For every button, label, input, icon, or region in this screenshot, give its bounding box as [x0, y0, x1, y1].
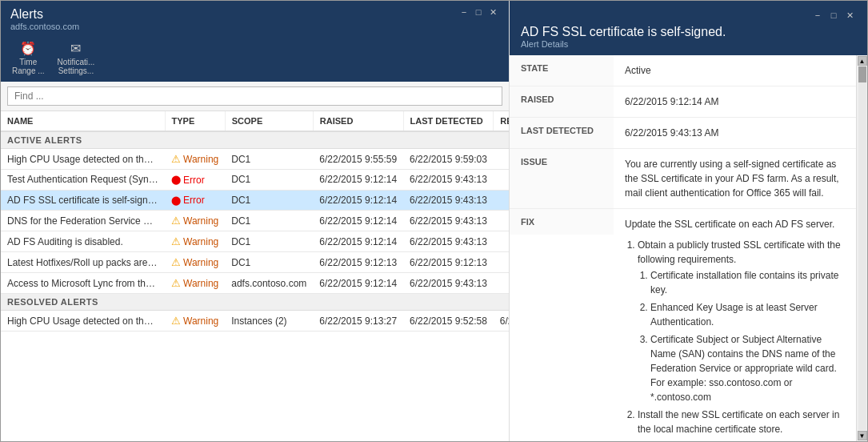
row-raised: 6/22/2015 9:12:13	[313, 252, 403, 273]
row-scope: Instances (2)	[225, 311, 313, 332]
email-icon: ✉	[70, 41, 81, 56]
row-raised: 6/22/2015 9:55:59	[313, 149, 403, 170]
warning-badge: ⚠Warning	[171, 235, 218, 247]
row-raised: 6/22/2015 9:12:14	[313, 211, 403, 231]
error-badge: ⬤Error	[171, 195, 205, 206]
right-maximize-button[interactable]: □	[827, 9, 840, 22]
warning-badge: ⚠Warning	[171, 315, 218, 327]
col-header-scope: SCOPE	[225, 111, 313, 131]
app-window: Alerts adfs.contoso.com − □ ✕ ⏰ TimeRang…	[0, 0, 868, 442]
row-resolved	[494, 170, 509, 191]
table-row[interactable]: High CPU Usage detected on the Feder...⚠…	[1, 149, 509, 170]
row-name: Test Authentication Request (Synthetic..…	[1, 170, 165, 191]
detail-lastdetected-row: LAST DETECTED 6/22/2015 9:43:13 AM	[510, 118, 856, 149]
detail-content: STATE Active RAISED 6/22/2015 9:12:14 AM…	[510, 55, 856, 441]
warning-badge: ⚠Warning	[171, 153, 218, 165]
right-panel: − □ ✕ AD FS SSL certificate is self-sign…	[509, 1, 867, 441]
row-resolved	[494, 211, 509, 231]
left-panel-subtitle: adfs.contoso.com	[10, 22, 79, 31]
close-button[interactable]: ✕	[486, 6, 499, 18]
row-name: High CPU Usage detected on the Feder...	[1, 149, 165, 170]
scroll-up-arrow[interactable]: ▲	[858, 56, 867, 66]
row-last-detected: 6/22/2015 9:43:13	[403, 190, 494, 211]
search-input[interactable]	[7, 86, 502, 106]
row-last-detected: 6/22/2015 9:59:03	[403, 149, 494, 170]
notification-label: Notificati...Settings...	[58, 58, 95, 75]
row-type: ⚠Warning	[165, 149, 225, 170]
row-name: Latest Hotfixes/Roll up packs are not in…	[1, 252, 165, 273]
fix-label: FIX	[510, 209, 614, 235]
fix-steps-list: Obtain a publicly trusted SSL certificat…	[625, 238, 845, 441]
detail-fix-row: FIX Update the SSL certificate on each A…	[510, 209, 856, 441]
scroll-down-arrow[interactable]: ▼	[858, 431, 867, 440]
section-header: ACTIVE ALERTS	[1, 131, 509, 149]
row-resolved: 6/22/2015 9:53:58	[494, 311, 509, 332]
right-close-button[interactable]: ✕	[843, 9, 856, 22]
fix-substep-1-1: Certificate installation file contains i…	[650, 268, 845, 297]
row-name: AD FS Auditing is disabled.	[1, 231, 165, 252]
scroll-thumb[interactable]	[858, 66, 866, 82]
right-minimize-button[interactable]: −	[811, 9, 824, 22]
row-scope: DC1	[225, 170, 313, 191]
clock-icon: ⏰	[20, 41, 36, 56]
fix-intro: Update the SSL certificate on each AD FS…	[625, 217, 845, 231]
row-resolved	[494, 149, 509, 170]
fix-step-2: Install the new SSL certificate on each …	[638, 408, 845, 436]
row-resolved	[494, 252, 509, 273]
raised-value: 6/22/2015 9:12:14 AM	[614, 86, 856, 117]
fix-substeps-1: Certificate installation file contains i…	[638, 268, 845, 404]
col-header-name: NAME	[1, 111, 165, 131]
minimize-button[interactable]: −	[458, 6, 470, 18]
warning-icon: ⚠	[171, 277, 181, 289]
scroll-track[interactable]	[858, 66, 866, 430]
detail-raised-row: RAISED 6/22/2015 9:12:14 AM	[510, 86, 856, 118]
table-row[interactable]: Access to Microsoft Lync from the extra.…	[1, 273, 509, 294]
table-header: NAME TYPE SCOPE RAISED LAST DETECTED RES…	[1, 111, 509, 131]
maximize-button[interactable]: □	[472, 6, 485, 18]
table-row[interactable]: Latest Hotfixes/Roll up packs are not in…	[1, 252, 509, 273]
right-scrollbar[interactable]: ▲ ▼	[856, 55, 867, 441]
table-row[interactable]: Test Authentication Request (Synthetic..…	[1, 170, 509, 191]
fix-step-1: Obtain a publicly trusted SSL certificat…	[638, 238, 845, 404]
error-icon: ⬤	[171, 195, 181, 206]
table-row[interactable]: High CPU Usage detected on the Feder...⚠…	[1, 311, 509, 332]
row-type: ⚠Warning	[165, 273, 225, 294]
fix-content: Update the SSL certificate on each AD FS…	[614, 209, 856, 441]
row-name: High CPU Usage detected on the Feder...	[1, 311, 165, 332]
col-header-raised: RAISED	[313, 111, 403, 131]
fix-substep-1-2: Enhanced Key Usage is at least Server Au…	[650, 300, 845, 329]
row-name: Access to Microsoft Lync from the extra.…	[1, 273, 165, 294]
raised-label: RAISED	[510, 86, 614, 117]
right-header: − □ ✕ AD FS SSL certificate is self-sign…	[510, 1, 867, 55]
fix-substep-1-3: Certificate Subject or Subject Alternati…	[650, 332, 845, 404]
warning-badge: ⚠Warning	[171, 215, 218, 227]
row-raised: 6/22/2015 9:12:14	[313, 231, 403, 252]
notification-settings-button[interactable]: ✉ Notificati...Settings...	[53, 39, 100, 77]
detail-subtitle: Alert Details	[521, 39, 856, 49]
row-name: AD FS SSL certificate is self-signed.	[1, 190, 165, 211]
search-bar	[1, 82, 509, 111]
row-name: DNS for the Federation Service may be...	[1, 211, 165, 231]
table-row[interactable]: AD FS Auditing is disabled.⚠WarningDC16/…	[1, 231, 509, 252]
left-header: Alerts adfs.contoso.com − □ ✕	[1, 1, 509, 36]
col-header-lastdetected: LAST DETECTED	[403, 111, 494, 131]
table-row[interactable]: AD FS SSL certificate is self-signed.⬤Er…	[1, 190, 509, 211]
left-panel: Alerts adfs.contoso.com − □ ✕ ⏰ TimeRang…	[1, 1, 509, 441]
row-type: ⚠Warning	[165, 211, 225, 231]
row-last-detected: 6/22/2015 9:43:13	[403, 231, 494, 252]
table-row[interactable]: DNS for the Federation Service may be...…	[1, 211, 509, 231]
row-resolved	[494, 273, 509, 294]
time-range-button[interactable]: ⏰ TimeRange ...	[7, 39, 50, 77]
warning-badge: ⚠Warning	[171, 277, 218, 289]
row-scope: DC1	[225, 231, 313, 252]
col-header-type: TYPE	[165, 111, 225, 131]
main-content: Alerts adfs.contoso.com − □ ✕ ⏰ TimeRang…	[1, 1, 867, 441]
error-badge: ⬤Error	[171, 175, 205, 186]
state-label: STATE	[510, 55, 614, 86]
time-range-label: TimeRange ...	[12, 58, 45, 75]
warning-icon: ⚠	[171, 235, 181, 247]
alerts-table: NAME TYPE SCOPE RAISED LAST DETECTED RES…	[1, 111, 509, 332]
warning-badge: ⚠Warning	[171, 256, 218, 268]
detail-state-row: STATE Active	[510, 55, 856, 86]
warning-icon: ⚠	[171, 315, 181, 327]
